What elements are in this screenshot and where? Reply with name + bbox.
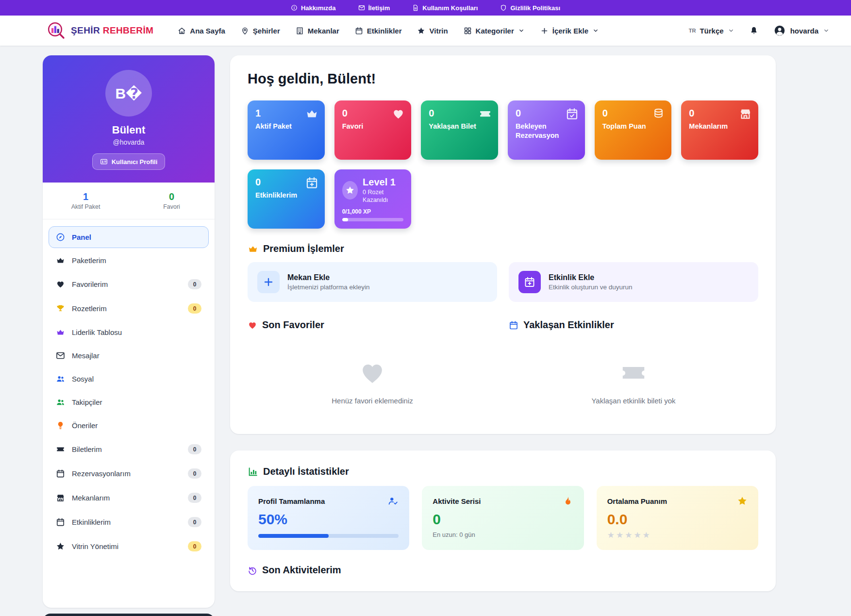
nav-item-add-content[interactable]: İçerik Ekle [540, 27, 599, 35]
tile-label: Favori [342, 122, 390, 131]
count-badge: 0 [188, 279, 201, 289]
sidebar-item-label: Paketlerim [72, 256, 201, 265]
nav-item-label: Etkinlikler [367, 27, 402, 35]
heart-icon [358, 359, 386, 387]
info-icon [291, 4, 298, 11]
sidebar-item-label: Rezervasyonlarım [72, 469, 181, 478]
tile-label: Toplam Puan [602, 122, 651, 131]
stat-tile-upcoming-tickets[interactable]: 0 Yaklaşan Bilet [421, 100, 498, 160]
users-icon [56, 398, 65, 407]
sidebar-item-messages[interactable]: Mesajlar [49, 345, 209, 366]
nav-item-venues[interactable]: Mekanlar [296, 27, 339, 35]
sidebar-item-social[interactable]: Sosyal [49, 368, 209, 390]
notifications-button[interactable] [749, 26, 759, 35]
store-icon [739, 107, 752, 120]
nav-item-label: Kategoriler [476, 27, 514, 35]
stat-tile-my-venues[interactable]: 0 Mekanlarım [681, 100, 758, 160]
detailed-stats-card: Detaylı İstatistikler Profil Tamamlanma … [230, 450, 776, 591]
users-icon [56, 374, 65, 383]
user-menu[interactable]: hovarda [773, 24, 830, 37]
sidebar-item-my-venues[interactable]: Mekanlarım 0 [49, 486, 209, 509]
nav-item-home[interactable]: Ana Sayfa [178, 27, 225, 35]
sidebar-item-reservations[interactable]: Rezervasyonlarım 0 [49, 462, 209, 485]
sidebar-card: B� Bülent @hovarda Kullanıcı Profili 1 A… [43, 55, 215, 608]
star-icon [56, 542, 65, 551]
trophy-icon [56, 304, 65, 313]
heart-icon [392, 107, 405, 120]
nav-item-label: Ana Sayfa [190, 27, 225, 35]
topbar: Hakkımızda İletişim Kullanım Koşulları G… [0, 0, 851, 16]
level-card[interactable]: Level 1 0 Rozet Kazanıldı 0/1,000 XP [334, 169, 412, 229]
stat-card-value: 50% [258, 511, 399, 528]
topbar-link-about[interactable]: Hakkımızda [291, 4, 336, 12]
topbar-link-label: Kullanım Koşulları [422, 4, 478, 12]
sidebar-item-tickets[interactable]: Biletlerim 0 [49, 438, 209, 461]
action-title: Etkinlik Ekle [549, 273, 633, 282]
person-check-icon [388, 496, 399, 506]
premium-actions: Mekan Ekle İşletmenizi platforma ekleyin… [248, 262, 758, 302]
sidebar-item-label: Rozetlerim [72, 304, 181, 313]
nav-item-showcase[interactable]: Vitrin [417, 27, 448, 35]
sidebar-item-showcase-management[interactable]: Vitrin Yönetimi 0 [49, 535, 209, 558]
count-badge: 0 [188, 444, 201, 454]
sidebar-item-panel[interactable]: Panel [49, 226, 209, 248]
lightbulb-icon [56, 421, 65, 430]
sidebar-item-badges[interactable]: Rozetlerim 0 [49, 297, 209, 320]
topbar-link-contact[interactable]: İletişim [358, 4, 390, 12]
calendar-plus-icon [518, 271, 541, 293]
summary-value: 1 [43, 191, 129, 202]
add-venue-action[interactable]: Mekan Ekle İşletmenizi platforma ekleyin [248, 262, 497, 302]
star-icon [345, 185, 355, 195]
user-profile-button[interactable]: Kullanıcı Profili [92, 153, 166, 170]
activities-title: Son Aktivitelerim [262, 565, 341, 576]
stat-tile-pending-reservations[interactable]: 0 Bekleyen Rezervasyon [508, 100, 585, 160]
stat-tile-active-packages[interactable]: 1 Aktif Paket [248, 100, 325, 160]
topbar-link-label: İletişim [368, 4, 390, 12]
sidebar-item-suggestions[interactable]: Öneriler [49, 415, 209, 436]
sidebar-item-favorites[interactable]: Favorilerim 0 [49, 273, 209, 296]
nav-item-cities[interactable]: Şehirler [241, 27, 280, 35]
summary-label: Favori [129, 203, 215, 210]
sidebar-item-my-events[interactable]: Etkinliklerim 0 [49, 511, 209, 533]
language-label: Türkçe [700, 27, 723, 35]
sidebar-item-packages[interactable]: Paketlerim [49, 250, 209, 271]
action-title: Mekan Ekle [287, 273, 370, 282]
nav-item-events[interactable]: Etkinlikler [355, 27, 402, 35]
stat-tile-my-events[interactable]: 0 Etkinliklerim [248, 169, 325, 229]
topbar-link-label: Gizlilik Politikası [510, 4, 560, 12]
sidebar-item-followers[interactable]: Takipçiler [49, 391, 209, 413]
stat-tile-total-points[interactable]: 0 Toplam Puan [595, 100, 672, 160]
count-badge: 0 [188, 303, 201, 314]
topbar-link-privacy[interactable]: Gizlilik Politikası [500, 4, 560, 12]
recent-favorites-column: Son Favoriler Henüz favori eklemediniz [248, 305, 497, 418]
profile-name: Bülent [54, 124, 203, 136]
calendar-icon [56, 517, 65, 527]
topbar-link-label: Hakkımızda [301, 4, 336, 12]
brand-logo-icon [47, 21, 66, 40]
calendar-icon [355, 27, 363, 35]
main-navbar: ŞEHİR REHBERİM Ana Sayfa Şehirler Mekanl… [0, 16, 851, 46]
chart-icon [248, 466, 258, 477]
sidebar-item-leaderboard[interactable]: Liderlik Tablosu [49, 321, 209, 343]
premium-section-title: Premium İşlemler [263, 243, 344, 254]
sidebar-item-label: Biletlerim [72, 445, 181, 453]
store-icon [56, 493, 65, 502]
xp-label: 0/1,000 XP [342, 208, 404, 215]
topbar-link-terms[interactable]: Kullanım Koşulları [412, 4, 478, 12]
nav-right-group: TR Türkçe hovarda [689, 24, 830, 37]
favorites-header: Son Favoriler [248, 319, 497, 331]
favorites-empty-state: Henüz favori eklemediniz [248, 338, 497, 418]
stat-card-value: 0.0 [607, 511, 748, 528]
welcome-card: Hoş geldin, Bülent! 1 Aktif Paket 0 Favo… [230, 55, 776, 434]
star-icon [417, 27, 425, 35]
user-profile-button-label: Kullanıcı Profili [112, 158, 158, 166]
stat-tiles-row1: 1 Aktif Paket 0 Favori 0 Yaklaşan Bilet … [248, 100, 758, 160]
nav-item-categories[interactable]: Kategoriler [464, 27, 525, 35]
history-icon [248, 566, 257, 575]
language-selector[interactable]: TR Türkçe [689, 27, 734, 35]
add-event-action[interactable]: Etkinlik Ekle Etkinlik oluşturun ve duyu… [509, 262, 758, 302]
user-circle-icon [773, 24, 786, 37]
stat-tile-favorites[interactable]: 0 Favori [334, 100, 412, 160]
brand-logo-link[interactable]: ŞEHİR REHBERİM [47, 21, 153, 40]
page-layout: B� Bülent @hovarda Kullanıcı Profili 1 A… [0, 46, 851, 616]
